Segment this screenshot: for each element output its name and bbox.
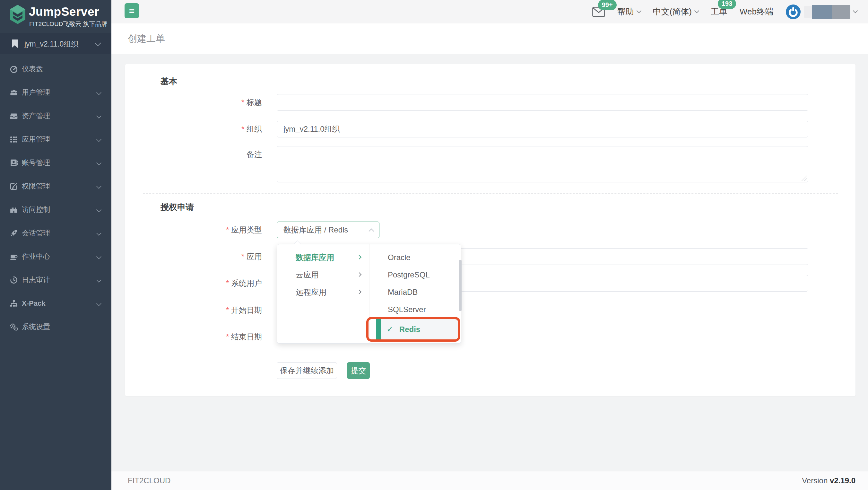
chevron-right-icon (357, 255, 362, 259)
save-and-continue-button[interactable]: 保存并继续添加 (277, 362, 337, 379)
cascader-option-mariadb[interactable]: MariaDB (370, 283, 461, 301)
section-basic-heading: 基本 (160, 76, 177, 87)
chevron-down-icon (694, 8, 700, 13)
users-icon (10, 88, 18, 97)
tickets-link[interactable]: 工单 193 (711, 6, 727, 17)
sidebar-item-accounts[interactable]: 账号管理 (0, 151, 112, 174)
footer-version: Version v2.19.0 (802, 471, 856, 490)
system-users-label: 系统用户 (146, 275, 262, 292)
sidebar-item-job-center[interactable]: 作业中心 (0, 245, 112, 268)
app-type-cascader-panel: 数据库应用 云应用 远程应用 Oracle PostgreSQL MariaDB… (277, 244, 461, 344)
topbar: ≡ 99+ 帮助 中文(简体) 工单 193 Web终端 (112, 0, 868, 24)
app-type-select[interactable]: 数据库应用 / Redis (277, 221, 379, 238)
chevron-down-icon (95, 40, 101, 46)
messages-menu[interactable]: 99+ (592, 7, 605, 17)
sidebar-item-assets[interactable]: 资产管理 (0, 104, 112, 127)
chevron-right-icon (357, 272, 362, 277)
avatar (785, 4, 801, 20)
sidebar-item-dashboard[interactable]: 仪表盘 (0, 57, 112, 81)
chevron-down-icon (96, 231, 101, 236)
date-start-label: 开始日期 (146, 302, 262, 318)
title-input[interactable] (277, 94, 808, 111)
tickets-badge: 193 (718, 0, 736, 9)
sidebar-menu: 仪表盘 用户管理 资产管理 应用管理 (0, 57, 112, 338)
assets-icon (10, 112, 18, 120)
audit-icon (10, 276, 18, 284)
title-bar: 创建工单 (112, 24, 868, 54)
brand-logo[interactable]: JumpServer FIT2CLOUD飞致云 旗下品牌 (0, 0, 112, 33)
sidebar-item-permissions[interactable]: 权限管理 (0, 174, 112, 198)
sidebar-item-xpack[interactable]: X-Pack (0, 292, 112, 315)
main-content: 基本 标题 组织 备注 授权申请 应用类型 数据库应用 / Redis 应用 系… (112, 54, 868, 471)
chevron-down-icon (96, 137, 101, 142)
scrollbar-thumb[interactable] (459, 260, 462, 311)
cascader-category-remote[interactable]: 远程应用 (277, 283, 369, 301)
cascader-option-sqlserver[interactable]: SQLServer (370, 301, 461, 318)
org-switcher[interactable]: jym_v2.11.0组织 (0, 33, 112, 54)
chevron-down-icon (96, 113, 101, 119)
topbar-right: 99+ 帮助 中文(简体) 工单 193 Web终端 (592, 0, 857, 24)
chevron-down-icon (96, 160, 101, 165)
title-label: 标题 (146, 94, 262, 111)
submit-button[interactable]: 提交 (347, 362, 370, 379)
bookmark-icon (11, 39, 19, 48)
chevron-up-icon (369, 228, 374, 234)
web-terminal-link[interactable]: Web终端 (740, 6, 773, 17)
cascader-option-postgresql[interactable]: PostgreSQL (370, 266, 461, 283)
comment-textarea[interactable] (277, 146, 808, 182)
messages-badge: 99+ (598, 0, 617, 10)
footer: FIT2CLOUD Version v2.19.0 (112, 471, 868, 490)
user-menu[interactable] (785, 4, 857, 20)
org-input[interactable] (277, 121, 808, 137)
comment-label: 备注 (146, 146, 262, 163)
comment-field (277, 146, 808, 182)
accounts-icon (10, 159, 18, 167)
page-title: 创建工单 (128, 24, 165, 54)
apps-label: 应用 (146, 248, 262, 265)
footer-brand: FIT2CLOUD (128, 471, 170, 490)
app-type-label: 应用类型 (146, 221, 262, 238)
create-ticket-form-card: 基本 标题 组织 备注 授权申请 应用类型 数据库应用 / Redis 应用 系… (125, 64, 856, 396)
section-divider (143, 193, 838, 194)
settings-icon (10, 323, 18, 331)
brand-subtitle: FIT2CLOUD飞致云 旗下品牌 (29, 20, 107, 28)
cascader-category-database[interactable]: 数据库应用 (277, 249, 369, 266)
applications-icon (10, 135, 18, 144)
chevron-right-icon (357, 289, 362, 294)
cascader-categories: 数据库应用 云应用 远程应用 (277, 244, 370, 343)
xpack-icon (10, 299, 18, 308)
sidebar-item-access-control[interactable]: 访问控制 (0, 198, 112, 221)
sessions-icon (10, 229, 18, 237)
chevron-down-icon (96, 277, 101, 282)
sidebar: JumpServer FIT2CLOUD飞致云 旗下品牌 jym_v2.11.0… (0, 0, 112, 490)
chevron-down-icon (96, 184, 101, 189)
job-center-icon (10, 252, 18, 261)
date-expired-label: 结束日期 (146, 329, 262, 345)
chevron-down-icon (96, 254, 101, 259)
chevron-down-icon (853, 8, 858, 13)
sidebar-item-audit[interactable]: 日志审计 (0, 268, 112, 292)
check-icon (386, 324, 394, 334)
chevron-down-icon (96, 301, 101, 306)
chevron-down-icon (96, 90, 101, 95)
dashboard-icon (10, 65, 18, 73)
help-menu[interactable]: 帮助 (617, 6, 641, 17)
language-menu[interactable]: 中文(简体) (653, 6, 699, 17)
sidebar-item-sessions[interactable]: 会话管理 (0, 221, 112, 245)
org-label: 组织 (146, 121, 262, 137)
permissions-icon (10, 182, 18, 190)
chevron-down-icon (96, 207, 101, 212)
org-label: jym_v2.11.0组织 (24, 39, 78, 49)
access-control-icon (10, 206, 18, 214)
section-apply-heading: 授权申请 (160, 202, 194, 213)
sidebar-item-applications[interactable]: 应用管理 (0, 127, 112, 151)
cascader-category-cloud[interactable]: 云应用 (277, 266, 369, 283)
app-type-value: 数据库应用 / Redis (283, 225, 348, 234)
sidebar-item-settings[interactable]: 系统设置 (0, 315, 112, 338)
sidebar-item-users[interactable]: 用户管理 (0, 81, 112, 104)
cascader-option-redis-selected[interactable]: Redis (376, 319, 459, 339)
cascader-option-oracle[interactable]: Oracle (370, 249, 461, 266)
user-name-redacted (804, 5, 850, 19)
sidebar-toggle-button[interactable]: ≡ (125, 3, 139, 18)
jumpserver-logo-icon (10, 4, 26, 24)
